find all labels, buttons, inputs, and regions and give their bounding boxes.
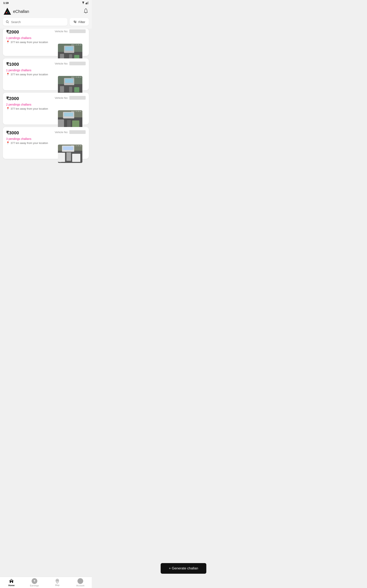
location-icon-1: 📍 xyxy=(6,73,9,76)
svg-rect-27 xyxy=(60,86,64,92)
svg-rect-0 xyxy=(86,3,86,4)
location-row-2: 📍 377 km away from your location xyxy=(6,107,86,110)
card-top-row-1: ₹1000 Vehicle No: xyxy=(6,62,86,67)
app-logo: eChallan xyxy=(3,7,29,16)
filter-button[interactable]: Filter xyxy=(69,18,89,26)
notification-bell[interactable] xyxy=(83,8,89,15)
location-row-3: 📍 377 km away from your location xyxy=(6,141,86,145)
card-amount-1: ₹1000 xyxy=(6,62,19,67)
search-input[interactable] xyxy=(11,20,64,24)
challan-list: ₹2000 Vehicle No: 1 pendings challans 📍 … xyxy=(0,29,92,179)
pending-text-2: 2 pendings challans xyxy=(6,103,86,106)
card-top-row-0: ₹2000 Vehicle No: xyxy=(6,29,86,35)
vehicle-no-2: Vehicle No: xyxy=(55,96,86,100)
filter-label: Filter xyxy=(78,20,85,24)
card-top-row-2: ₹2000 Vehicle No: xyxy=(6,96,86,101)
filter-icon xyxy=(73,20,77,23)
svg-text:2024-1 8:35:33: 2024-1 8:35:33 xyxy=(71,76,82,78)
svg-rect-1 xyxy=(86,2,87,4)
svg-point-8 xyxy=(6,21,8,23)
location-row-1: 📍 377 km away from your location xyxy=(6,73,86,76)
svg-point-5 xyxy=(6,12,7,13)
svg-text:IPD: IPD xyxy=(59,161,61,163)
wifi-icon xyxy=(82,2,85,4)
search-filter-row: Filter xyxy=(0,18,92,29)
location-icon-0: 📍 xyxy=(6,40,9,44)
vehicle-no-3: Vehicle No: xyxy=(55,130,86,134)
svg-text:2024-1 8:35:30: 2024-1 8:35:30 xyxy=(71,145,82,146)
svg-rect-29 xyxy=(69,86,72,92)
search-icon xyxy=(6,20,9,24)
challan-card-3[interactable]: ₹3000 Vehicle No: 3 pendings challans 📍 … xyxy=(3,127,89,159)
vehicle-no-1: Vehicle No: xyxy=(55,62,86,65)
challan-card-1[interactable]: ₹1000 Vehicle No: 1 pendings challans 📍 … xyxy=(3,58,89,90)
svg-rect-45 xyxy=(58,153,65,162)
app-bar: eChallan xyxy=(0,6,92,18)
echallan-logo xyxy=(3,7,11,16)
signal-icon xyxy=(86,1,89,4)
svg-point-7 xyxy=(8,12,8,13)
svg-line-9 xyxy=(8,22,9,23)
location-text-0: 377 km away from your location xyxy=(11,41,48,44)
challan-card-2[interactable]: ₹2000 Vehicle No: 2 pendings challans 📍 … xyxy=(3,93,89,125)
svg-text:2024-1 8:35:07: 2024-1 8:35:07 xyxy=(71,111,82,112)
svg-text:2024-1 8:35:33: 2024-1 8:35:33 xyxy=(71,44,82,45)
card-image-2: 2024-1 8:35:07 IPD xyxy=(58,110,82,129)
search-box[interactable] xyxy=(3,18,67,26)
pending-text-1: 1 pendings challans xyxy=(6,69,86,72)
svg-rect-44 xyxy=(63,146,73,150)
card-image-3: 2024-1 8:35:30 IPD xyxy=(58,145,82,163)
status-bar: 1:19 xyxy=(0,0,92,6)
svg-rect-38 xyxy=(67,120,71,128)
svg-rect-47 xyxy=(67,152,71,161)
status-time: 1:19 xyxy=(3,1,8,4)
card-image-1: 2024-1 8:35:33 IPD xyxy=(58,76,82,94)
status-icons xyxy=(82,1,89,4)
location-icon-3: 📍 xyxy=(6,141,9,145)
svg-rect-28 xyxy=(74,87,79,92)
svg-rect-37 xyxy=(72,121,79,128)
svg-rect-2 xyxy=(87,2,88,4)
card-amount-3: ₹3000 xyxy=(6,130,19,136)
svg-rect-46 xyxy=(72,154,80,162)
location-icon-2: 📍 xyxy=(6,107,9,110)
location-text-3: 377 km away from your location xyxy=(11,141,48,145)
vehicle-no-0: Vehicle No: xyxy=(55,29,86,33)
svg-point-12 xyxy=(74,21,75,22)
svg-point-13 xyxy=(75,22,76,23)
location-row-0: 📍 377 km away from your location xyxy=(6,40,86,44)
svg-rect-17 xyxy=(65,47,73,51)
svg-rect-3 xyxy=(88,1,89,4)
app-title: eChallan xyxy=(13,9,29,14)
card-amount-0: ₹2000 xyxy=(6,29,19,35)
card-top-row-3: ₹3000 Vehicle No: xyxy=(6,130,86,136)
pending-text-3: 3 pendings challans xyxy=(6,137,86,140)
location-text-2: 377 km away from your location xyxy=(11,107,48,110)
pending-text-0: 1 pendings challans xyxy=(6,36,86,40)
challan-card-partial[interactable]: ₹2000 Vehicle No: 1 pendings challans 📍 … xyxy=(3,29,89,56)
card-amount-2: ₹2000 xyxy=(6,96,19,101)
svg-rect-26 xyxy=(65,79,73,83)
svg-rect-35 xyxy=(64,113,73,116)
svg-rect-36 xyxy=(58,120,64,128)
svg-point-6 xyxy=(7,11,8,12)
location-text-1: 377 km away from your location xyxy=(11,73,48,76)
